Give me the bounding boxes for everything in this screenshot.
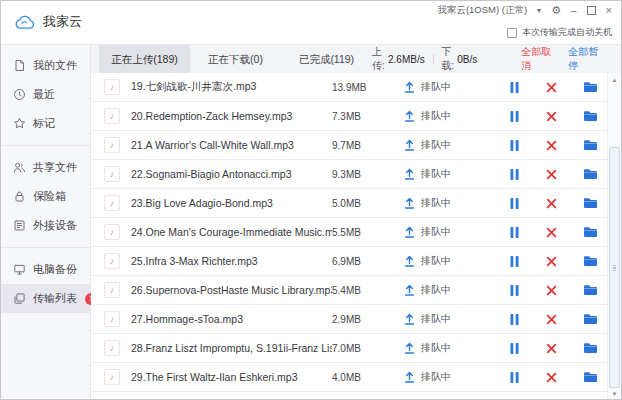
shutdown-checkbox[interactable] — [507, 28, 517, 38]
shutdown-option: 本次传输完成自动关机 — [507, 26, 612, 39]
scrollbar[interactable]: ▴ ▾ — [607, 73, 621, 400]
cancel-button[interactable] — [546, 198, 557, 209]
open-folder-button[interactable] — [583, 226, 598, 238]
pause-button[interactable] — [510, 285, 519, 296]
sidebar-item-marked[interactable]: 标记 — [1, 109, 90, 138]
minimize-icon[interactable]: – — [571, 6, 577, 16]
pause-button[interactable] — [510, 256, 519, 267]
music-file-icon: ♪ — [104, 282, 120, 298]
scroll-down-icon[interactable]: ▾ — [608, 388, 621, 400]
gear-icon[interactable]: ⚙ — [551, 5, 561, 16]
cancel-button[interactable] — [546, 82, 557, 93]
pause-button[interactable] — [510, 169, 519, 180]
sidebar-item-my-files[interactable]: 我的文件 — [1, 51, 90, 80]
sidebar-item-safe-box[interactable]: 保险箱 — [1, 182, 90, 211]
cancel-button[interactable] — [546, 285, 557, 296]
sidebar-item-label: 共享文件 — [33, 160, 77, 175]
status-text: 排队中 — [421, 80, 451, 94]
file-size: 7.0MB — [332, 343, 404, 354]
cancel-all-button[interactable]: 全部取消 — [521, 45, 554, 73]
window-controls: 我家云(1OSM) (正常) ▾ ⚙ – × — [437, 4, 612, 17]
music-file-icon: ♪ — [104, 79, 120, 95]
music-note-glyph: ♪ — [110, 314, 115, 324]
tab-completed[interactable]: 已完成(119) — [281, 45, 372, 73]
sidebar-item-label: 传输列表 — [33, 291, 77, 306]
pause-button[interactable] — [510, 372, 519, 383]
status-text: 排队中 — [421, 283, 451, 297]
close-icon[interactable]: × — [606, 5, 612, 16]
open-folder-button[interactable] — [583, 313, 598, 325]
scroll-up-icon[interactable]: ▴ — [608, 74, 621, 86]
sidebar-item-label: 标记 — [33, 116, 55, 131]
sidebar-item-transfer-list[interactable]: 传输列表 189 — [1, 284, 90, 313]
cancel-button[interactable] — [546, 256, 557, 267]
pause-button[interactable] — [510, 198, 519, 209]
transfer-list-icon — [13, 292, 26, 305]
chevron-down-icon[interactable]: ▾ — [537, 7, 541, 15]
open-folder-button[interactable] — [583, 81, 598, 93]
upload-status: 排队中 — [404, 283, 500, 297]
cancel-button[interactable] — [546, 111, 557, 122]
pause-button[interactable] — [510, 140, 519, 151]
device-icon — [13, 219, 26, 232]
pause-button[interactable] — [510, 314, 519, 325]
sidebar-item-recent[interactable]: 最近 — [1, 80, 90, 109]
upload-icon — [404, 81, 415, 93]
upload-status: 排队中 — [404, 109, 500, 123]
open-folder-button[interactable] — [583, 284, 598, 296]
upload-icon — [404, 342, 415, 354]
open-folder-button[interactable] — [583, 139, 598, 151]
transfer-speeds: 上传: 2.6MB/s 下载: 0B/s — [372, 45, 477, 73]
cancel-button[interactable] — [546, 169, 557, 180]
pause-button[interactable] — [510, 82, 519, 93]
cloud-logo-icon — [14, 15, 36, 30]
content-area: 正在上传(189) 正在下载(0) 已完成(119) 上传: 2.6MB/s 下… — [91, 45, 621, 400]
music-file-icon: ♪ — [104, 108, 120, 124]
open-folder-button[interactable] — [583, 168, 598, 180]
tab-uploading[interactable]: 正在上传(189) — [99, 45, 190, 73]
open-folder-button[interactable] — [583, 342, 598, 354]
sidebar-item-pc-backup[interactable]: 电脑备份 — [1, 255, 90, 284]
cancel-button[interactable] — [546, 343, 557, 354]
sidebar-item-shared-files[interactable]: 共享文件 — [1, 153, 90, 182]
music-note-glyph: ♪ — [110, 82, 115, 92]
sidebar-item-label: 电脑备份 — [33, 262, 77, 277]
music-file-icon: ♪ — [104, 195, 120, 211]
cancel-button[interactable] — [546, 372, 557, 383]
upload-status: 排队中 — [404, 138, 500, 152]
open-folder-button[interactable] — [583, 371, 598, 383]
cancel-button[interactable] — [546, 140, 557, 151]
row-actions — [500, 197, 598, 209]
pause-button[interactable] — [510, 111, 519, 122]
pause-button[interactable] — [510, 227, 519, 238]
status-text: 排队中 — [421, 370, 451, 384]
scrollbar-thumb[interactable] — [609, 147, 620, 388]
upload-status: 排队中 — [404, 196, 500, 210]
file-name: 26.Supernova-PostHaste Music Library.mp3 — [131, 284, 332, 296]
app-window: 我家云 我家云(1OSM) (正常) ▾ ⚙ – × 本次传输完成自动关机 — [0, 0, 622, 400]
upload-status: 排队中 — [404, 225, 500, 239]
tab-downloading[interactable]: 正在下载(0) — [190, 45, 281, 73]
cancel-button[interactable] — [546, 227, 557, 238]
sidebar-item-label: 外接设备 — [33, 218, 77, 233]
upload-status: 排队中 — [404, 341, 500, 355]
file-size: 5.0MB — [332, 198, 404, 209]
row-actions — [500, 168, 598, 180]
upload-status: 排队中 — [404, 167, 500, 181]
pause-button[interactable] — [510, 343, 519, 354]
document-icon — [13, 59, 26, 72]
upload-icon — [404, 110, 415, 122]
music-note-glyph: ♪ — [110, 227, 115, 237]
transfer-row: ♪ 24.One Man's Courage-Immediate Music.m… — [91, 218, 608, 247]
upload-icon — [404, 255, 415, 267]
transfer-row: ♪ 28.Franz Liszt Impromptu, S.191ii-Fran… — [91, 334, 608, 363]
music-note-glyph: ♪ — [110, 169, 115, 179]
open-folder-button[interactable] — [583, 110, 598, 122]
cancel-button[interactable] — [546, 314, 557, 325]
app-logo: 我家云 — [14, 13, 82, 31]
open-folder-button[interactable] — [583, 197, 598, 209]
maximize-icon[interactable] — [587, 6, 596, 15]
open-folder-button[interactable] — [583, 255, 598, 267]
sidebar-item-external-devices[interactable]: 外接设备 — [1, 211, 90, 240]
pause-all-button[interactable]: 全部暂停 — [568, 45, 601, 73]
